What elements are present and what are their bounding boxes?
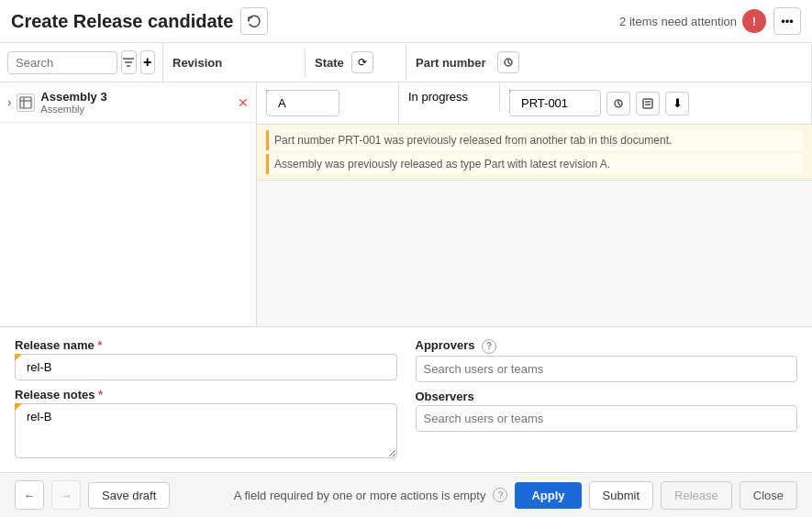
submit-button[interactable]: Submit [589, 481, 653, 510]
svg-rect-12 [643, 99, 652, 108]
release-notes-field-group: Release notes * rel-B [15, 388, 397, 461]
release-name-input-wrap [15, 354, 397, 380]
footer-warning-message: A field required by one or more actions … [234, 488, 508, 502]
observers-field-group: Observers [416, 390, 798, 432]
approvers-label: Approvers ? [416, 338, 798, 354]
partnumber-cell: ⬇ [500, 82, 812, 124]
partnumber-input[interactable] [509, 90, 601, 116]
partnumber-refresh-button[interactable] [497, 51, 519, 73]
sync-icon-button[interactable] [240, 7, 268, 35]
right-panel: In progress [257, 82, 812, 326]
header: Create Release candidate 2 items need at… [0, 0, 812, 43]
footer: ← → Save draft A field required by one o… [0, 472, 812, 517]
warnings-section: Part number PRT-001 was previously relea… [257, 125, 812, 181]
release-button[interactable]: Release [661, 481, 732, 510]
forward-button[interactable]: → [51, 480, 81, 510]
more-options-button[interactable]: ••• [773, 7, 801, 35]
release-notes-textarea[interactable]: rel-B [15, 403, 397, 458]
data-row: In progress [257, 82, 812, 125]
close-button[interactable]: Close [740, 481, 797, 510]
svg-line-11 [618, 104, 620, 105]
tree-chevron-icon[interactable]: › [7, 95, 11, 109]
approvers-search-input[interactable] [416, 356, 798, 382]
revision-input[interactable] [266, 90, 339, 116]
assembly-icon [17, 94, 35, 112]
back-button[interactable]: ← [15, 480, 44, 510]
warning-item: Part number PRT-001 was previously relea… [266, 130, 803, 150]
required-star: * [97, 338, 102, 352]
release-notes-flag-icon [15, 403, 22, 411]
warning-item: Assembly was previously released as type… [266, 154, 803, 174]
revision-cell [257, 82, 399, 124]
add-button[interactable]: + [140, 50, 156, 74]
tree-item-delete-button[interactable]: ✕ [238, 95, 249, 110]
tree-item-label: Assembly 3 Assembly [40, 90, 232, 115]
tree-empty-space [0, 123, 256, 196]
release-notes-label: Release notes * [15, 388, 397, 402]
approvers-help-icon[interactable]: ? [482, 339, 496, 354]
search-area: + [0, 43, 163, 82]
observers-search-input[interactable] [416, 405, 798, 432]
release-name-label: Release name * [15, 338, 397, 352]
attention-badge: 2 items need attention ! [619, 9, 766, 33]
approvers-field-group: Approvers ? [416, 338, 798, 382]
state-refresh-button[interactable]: ⟳ [351, 51, 373, 73]
release-name-flag-icon [15, 354, 22, 361]
form-left: Release name * Release notes * rel-B [15, 338, 397, 461]
partnumber-list-button[interactable] [636, 92, 660, 116]
footer-help-icon[interactable]: ? [493, 488, 507, 502]
partnumber-hash-button[interactable] [606, 92, 630, 116]
form-right: Approvers ? Observers [416, 338, 798, 461]
state-cell: In progress [399, 82, 500, 111]
form-section: Release name * Release notes * rel-B App… [0, 326, 812, 472]
observers-label: Observers [416, 390, 798, 403]
svg-line-5 [508, 62, 510, 64]
state-column-header: State ⟳ [306, 44, 406, 81]
search-input[interactable] [7, 51, 117, 74]
column-headers: + Revision State ⟳ Part number [0, 43, 812, 82]
revision-column-header: Revision [163, 49, 306, 77]
save-draft-button[interactable]: Save draft [88, 482, 170, 509]
page-title: Create Release candidate [11, 11, 233, 32]
filter-button[interactable] [121, 50, 137, 74]
tree-panel: › Assembly 3 Assembly ✕ [0, 82, 257, 326]
svg-rect-6 [20, 97, 31, 108]
attention-icon: ! [742, 9, 766, 33]
content-area: › Assembly 3 Assembly ✕ [0, 82, 812, 326]
tree-item[interactable]: › Assembly 3 Assembly ✕ [0, 82, 256, 123]
partnumber-download-button[interactable]: ⬇ [665, 92, 689, 116]
release-name-input[interactable] [15, 354, 397, 380]
release-notes-input-wrap: rel-B [15, 403, 397, 461]
partnumber-column-header: Part number [406, 44, 812, 81]
release-name-field-group: Release name * [15, 338, 397, 380]
required-star-notes: * [98, 388, 103, 402]
apply-button[interactable]: Apply [515, 482, 581, 509]
